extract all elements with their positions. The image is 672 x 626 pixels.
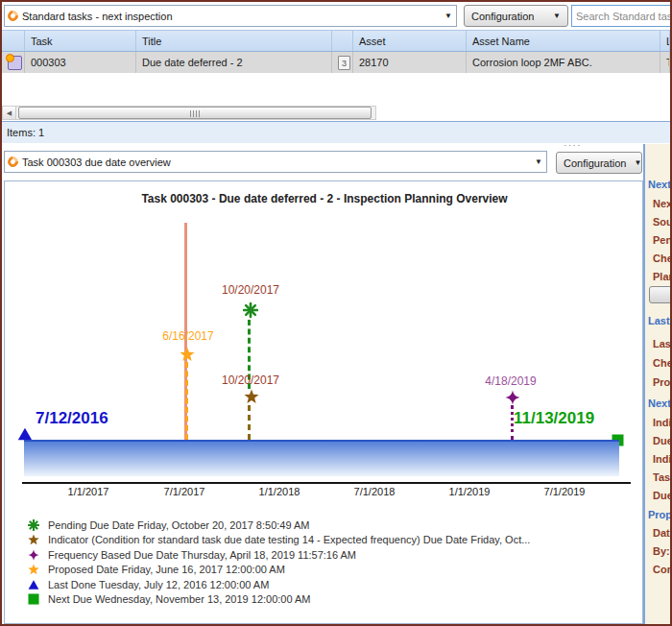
top-toolbar: Standard tasks - next inspection ▼ Confi… xyxy=(2,2,670,29)
panel-button[interactable] xyxy=(649,286,672,303)
legend-item: Proposed Date Friday, June 16, 2017 12:0… xyxy=(28,563,530,578)
field-label: Plan xyxy=(653,271,672,282)
header-asset[interactable]: Asset xyxy=(353,31,467,51)
timeline-bar xyxy=(24,440,619,476)
x-tick: 7/1/2017 xyxy=(146,486,223,497)
task-icon xyxy=(8,56,22,70)
cell-asset-icon: 3 xyxy=(332,52,353,73)
configuration-label: Configuration xyxy=(564,157,626,169)
header-icon-column[interactable] xyxy=(2,31,25,51)
section-last-inspection: Last i xyxy=(648,315,672,326)
scrollbar-grip-icon xyxy=(190,110,200,117)
frequency-due-marker-diamond[interactable] xyxy=(505,390,520,405)
legend-text: Last Done Tuesday, July 12, 2016 12:00:0… xyxy=(48,579,269,590)
legend-item: Last Done Tuesday, July 12, 2016 12:00:0… xyxy=(28,577,530,592)
next-due-label: 11/13/2019 xyxy=(514,409,594,428)
field-label: Due: xyxy=(653,435,672,446)
diamond-purple-icon xyxy=(28,549,39,561)
field-label: Chec xyxy=(653,253,672,264)
field-label: Due: xyxy=(653,490,672,501)
scrollbar-thumb[interactable] xyxy=(18,107,372,119)
field-label: Pend xyxy=(653,234,672,246)
section-next-inspection: Next i xyxy=(648,179,672,190)
triangle-blue-icon xyxy=(28,579,39,590)
chart-configuration-button[interactable]: Configuration ▼ xyxy=(556,152,642,174)
field-label: By: xyxy=(653,545,672,557)
header-last[interactable]: L xyxy=(660,31,670,51)
x-tick: 7/1/2019 xyxy=(526,486,603,497)
field-label: Date xyxy=(653,527,672,539)
legend-text: Proposed Date Friday, June 16, 2017 12:0… xyxy=(48,564,285,575)
legend-text: Indicator (Condition for standard task d… xyxy=(48,534,530,545)
table-header: Task Title Asset Asset Name L xyxy=(2,30,670,52)
field-label: Sour xyxy=(653,216,672,228)
asterisk-green-icon xyxy=(28,519,39,531)
chart-toolbar: Task 000303 due date overview ▼ Configur… xyxy=(2,146,643,181)
legend-text: Pending Due Date Friday, October 20, 201… xyxy=(48,519,310,531)
field-label: Chec xyxy=(653,357,672,369)
square-green-icon xyxy=(28,593,39,605)
star-orange-icon xyxy=(28,564,39,575)
details-panel: Next i Next Sour Pend Chec Plan Last i L… xyxy=(643,144,672,626)
header-mini-column[interactable] xyxy=(332,31,353,51)
cell-last[interactable]: Tu xyxy=(660,52,670,73)
chevron-down-icon[interactable]: ▼ xyxy=(531,157,546,166)
configuration-button[interactable]: Configuration ▼ xyxy=(464,5,568,27)
query-selector-dropdown[interactable]: Standard tasks - next inspection ▼ xyxy=(4,5,457,27)
pending-due-marker-asterisk[interactable] xyxy=(243,302,258,318)
field-label: Next xyxy=(653,198,672,209)
horizontal-scrollbar[interactable]: ◀ xyxy=(2,106,376,120)
header-asset-name[interactable]: Asset Name xyxy=(467,31,660,51)
legend-item: Indicator (Condition for standard task d… xyxy=(28,533,530,548)
x-tick: 7/1/2018 xyxy=(336,486,413,497)
proposed-date-label: 6/16/2017 xyxy=(150,329,227,343)
x-tick: 1/1/2018 xyxy=(241,486,318,497)
legend-text: Frequency Based Due Date Thursday, April… xyxy=(48,549,356,561)
x-tick: 1/1/2017 xyxy=(50,486,127,497)
pending-due-label: 10/20/2017 xyxy=(212,283,289,297)
section-proposed: Propo xyxy=(648,509,672,520)
frequency-due-label: 4/18/2019 xyxy=(472,374,549,388)
cell-title[interactable]: Due date deferred - 2 xyxy=(136,52,332,73)
star-brown-icon xyxy=(28,534,39,545)
proposed-date-stem xyxy=(185,362,188,440)
app-window: Standard tasks - next inspection ▼ Confi… xyxy=(0,0,672,626)
chart-selector-dropdown[interactable]: Task 000303 due date overview ▼ xyxy=(4,151,547,173)
chevron-down-icon[interactable]: ▼ xyxy=(441,12,456,20)
indicator-due-stem xyxy=(248,405,251,440)
legend-item: Frequency Based Due Date Thursday, April… xyxy=(28,547,530,563)
last-done-marker-triangle[interactable] xyxy=(17,427,33,441)
chart-title: Task 000303 - Due date deferred - 2 - In… xyxy=(5,192,643,205)
cell-asset-name[interactable]: Corrosion loop 2MF ABC. xyxy=(467,52,660,73)
header-title[interactable]: Title xyxy=(136,31,332,51)
field-label: Indic xyxy=(653,417,672,428)
field-label: Proc xyxy=(653,376,672,388)
cell-asset[interactable]: 28170 xyxy=(353,52,467,73)
cell-task[interactable]: 000303 xyxy=(25,52,136,73)
section-next: Next xyxy=(648,397,672,409)
legend-text: Next Due Wednesday, November 13, 2019 12… xyxy=(48,593,311,605)
field-label: Task xyxy=(653,471,672,483)
configuration-label: Configuration xyxy=(471,11,534,22)
legend-item: Pending Due Date Friday, October 20, 201… xyxy=(28,518,530,533)
table-row[interactable]: 000303 Due date deferred - 2 3 28170 Cor… xyxy=(2,52,670,73)
chevron-down-icon: ▼ xyxy=(634,158,641,167)
search-input[interactable]: Search Standard tasks xyxy=(571,5,672,27)
inspection-planning-chart: Task 000303 - Due date deferred - 2 - In… xyxy=(4,181,643,624)
scroll-left-arrow-icon[interactable]: ◀ xyxy=(3,107,16,119)
chevron-down-icon: ▼ xyxy=(553,12,561,20)
header-task[interactable]: Task xyxy=(25,31,136,51)
query-selector-value: Standard tasks - next inspection xyxy=(18,11,441,22)
proposed-date-marker-star[interactable] xyxy=(180,347,195,362)
indicator-due-marker-star[interactable] xyxy=(244,389,259,404)
last-done-label: 7/12/2016 xyxy=(36,409,108,428)
field-label: Last xyxy=(653,338,672,349)
x-tick: 1/1/2019 xyxy=(431,486,508,497)
chart-selector-value: Task 000303 due date overview xyxy=(18,156,531,168)
field-label: Com xyxy=(653,564,672,575)
task-type-icon-cell xyxy=(2,52,25,73)
x-axis-line xyxy=(22,482,631,484)
items-count: Items: 1 xyxy=(7,127,44,138)
asset-icon: 3 xyxy=(338,56,350,70)
field-label: Indic xyxy=(653,453,672,465)
